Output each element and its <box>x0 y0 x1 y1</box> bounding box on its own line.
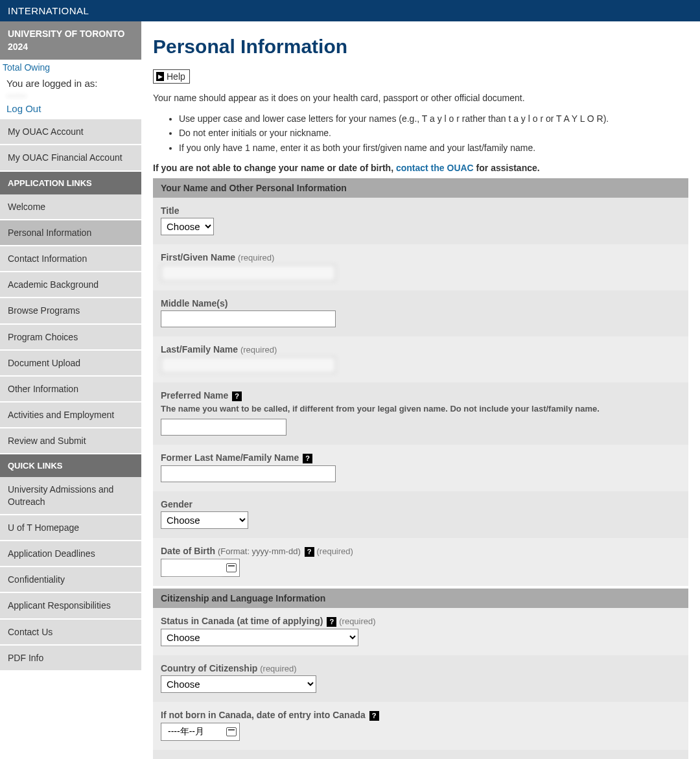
sidebar-app-link[interactable]: Other Information <box>0 377 141 403</box>
sidebar-quick-link[interactable]: University Admissions and Outreach <box>0 477 141 515</box>
sidebar-quick-link[interactable]: Confidentiality <box>0 567 141 593</box>
preferred-name-input[interactable] <box>161 419 286 436</box>
sidebar-app-link[interactable]: Welcome <box>0 194 141 220</box>
instruction-list: Use upper case and lower case letters fo… <box>179 111 688 155</box>
former-name-input[interactable] <box>161 465 336 482</box>
preferred-name-label: Preferred Name ? <box>161 390 681 401</box>
gender-field: Gender Choose <box>153 491 688 538</box>
status-canada-select[interactable]: Choose <box>161 629 358 646</box>
citizenship-label: Country of Citizenship (required) <box>161 663 681 673</box>
sidebar: UNIVERSITY OF TORONTO 2024 Total Owing Y… <box>0 21 141 671</box>
contact-note: If you are not able to change your name … <box>153 163 688 173</box>
sidebar-app-link[interactable]: Program Choices <box>0 325 141 351</box>
preferred-name-field: Preferred Name ? The name you want to be… <box>153 382 688 445</box>
first-name-label: First/Given Name (required) <box>161 252 681 263</box>
sidebar-app-link[interactable]: Document Upload <box>0 351 141 377</box>
first-name-input[interactable] <box>161 264 336 281</box>
sidebar-quick-link[interactable]: Applicant Responsibilities <box>0 593 141 619</box>
sidebar-header: UNIVERSITY OF TORONTO 2024 <box>0 21 141 60</box>
section-citizenship-header: Citizenship and Language Information <box>153 589 688 608</box>
title-select[interactable]: Choose <box>161 218 214 235</box>
sidebar-account-item[interactable]: My OUAC Account <box>0 119 141 145</box>
entry-date-field: If not born in Canada, date of entry int… <box>153 702 688 750</box>
sidebar-app-link[interactable]: Review and Submit <box>0 428 141 454</box>
sidebar-app-link[interactable]: Academic Background <box>0 272 141 298</box>
sidebar-quick-link[interactable]: Application Deadlines <box>0 541 141 567</box>
gender-label: Gender <box>161 499 681 509</box>
help-icon[interactable]: ? <box>303 454 312 463</box>
status-canada-field: Status in Canada (at time of applying) ?… <box>153 608 688 655</box>
contact-ouac-link[interactable]: contact the OUAC <box>396 163 474 173</box>
dob-input[interactable] <box>164 560 222 576</box>
triangle-icon: ▶ <box>156 72 164 81</box>
help-icon[interactable]: ? <box>327 617 336 627</box>
page-title: Personal Information <box>153 36 688 58</box>
preferred-name-hint: The name you want to be called, if diffe… <box>161 403 681 415</box>
main-content: Personal Information ▶ Help Your name sh… <box>141 21 700 759</box>
quick-links-label: QUICK LINKS <box>0 454 141 477</box>
application-links-label: APPLICATION LINKS <box>0 172 141 194</box>
sidebar-app-link[interactable]: Activities and Employment <box>0 403 141 428</box>
last-name-field: Last/Family Name (required) <box>153 336 688 382</box>
citizenship-select[interactable]: Choose <box>161 675 316 693</box>
middle-name-input[interactable] <box>161 310 336 327</box>
topbar-title: INTERNATIONAL <box>8 5 89 16</box>
dob-field: Date of Birth (Format: yyyy-mm-dd) ? (re… <box>153 538 688 586</box>
help-icon[interactable]: ? <box>232 391 242 401</box>
logged-in-name: ········ <box>0 89 141 102</box>
sidebar-app-link[interactable]: Browse Programs <box>0 298 141 324</box>
help-button[interactable]: ▶ Help <box>153 69 190 84</box>
sidebar-app-link[interactable]: Contact Information <box>0 246 141 272</box>
logged-in-label: You are logged in as: <box>0 75 141 89</box>
sidebar-quick-link[interactable]: Contact Us <box>0 620 141 646</box>
calendar-icon[interactable] <box>226 563 237 572</box>
first-language-field: First Language ? (required) English Fren… <box>153 750 688 759</box>
last-name-input[interactable] <box>161 356 336 373</box>
logout-link[interactable]: Log Out <box>0 102 47 119</box>
middle-name-label: Middle Name(s) <box>161 298 681 309</box>
help-icon[interactable]: ? <box>369 711 379 721</box>
gender-select[interactable]: Choose <box>161 511 248 529</box>
former-name-field: Former Last Name/Family Name ? <box>153 445 688 491</box>
first-name-field: First/Given Name (required) <box>153 244 688 290</box>
sidebar-app-link[interactable]: Personal Information <box>0 220 141 246</box>
entry-date-label: If not born in Canada, date of entry int… <box>161 710 681 721</box>
last-name-label: Last/Family Name (required) <box>161 344 681 355</box>
title-field: Title Choose <box>153 198 688 244</box>
sidebar-quick-link[interactable]: U of T Homepage <box>0 515 141 541</box>
dob-label: Date of Birth (Format: yyyy-mm-dd) ? (re… <box>161 546 681 557</box>
middle-name-field: Middle Name(s) <box>153 290 688 336</box>
title-label: Title <box>161 205 681 216</box>
sidebar-quick-link[interactable]: PDF Info <box>0 646 141 671</box>
help-icon[interactable]: ? <box>305 547 314 557</box>
citizenship-field: Country of Citizenship (required) Choose <box>153 655 688 702</box>
total-owing-link[interactable]: Total Owing <box>0 60 141 75</box>
calendar-icon[interactable] <box>226 727 237 736</box>
sidebar-account-item[interactable]: My OUAC Financial Account <box>0 145 141 171</box>
section-name-header: Your Name and Other Personal Information <box>153 178 688 198</box>
intro-text: Your name should appear as it does on yo… <box>153 91 688 105</box>
entry-date-input[interactable] <box>164 724 222 740</box>
topbar: INTERNATIONAL <box>0 0 700 21</box>
status-canada-label: Status in Canada (at time of applying) ?… <box>161 616 681 627</box>
former-name-label: Former Last Name/Family Name ? <box>161 452 681 463</box>
